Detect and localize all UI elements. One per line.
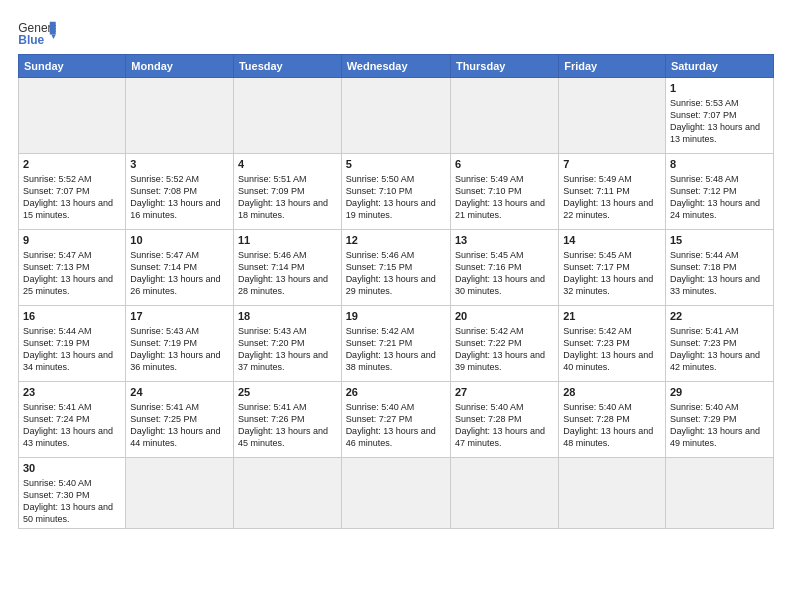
calendar-day-header: Friday bbox=[559, 55, 666, 78]
calendar-cell: 21Sunrise: 5:42 AM Sunset: 7:23 PM Dayli… bbox=[559, 306, 666, 382]
day-number: 11 bbox=[238, 233, 337, 248]
day-info: Sunrise: 5:49 AM Sunset: 7:10 PM Dayligh… bbox=[455, 173, 554, 222]
calendar-cell: 10Sunrise: 5:47 AM Sunset: 7:14 PM Dayli… bbox=[126, 230, 234, 306]
day-number: 17 bbox=[130, 309, 229, 324]
day-number: 30 bbox=[23, 461, 121, 476]
calendar-cell: 15Sunrise: 5:44 AM Sunset: 7:18 PM Dayli… bbox=[665, 230, 773, 306]
calendar-cell bbox=[665, 458, 773, 529]
day-info: Sunrise: 5:43 AM Sunset: 7:20 PM Dayligh… bbox=[238, 325, 337, 374]
calendar-day-header: Wednesday bbox=[341, 55, 450, 78]
day-info: Sunrise: 5:44 AM Sunset: 7:18 PM Dayligh… bbox=[670, 249, 769, 298]
day-number: 7 bbox=[563, 157, 661, 172]
day-info: Sunrise: 5:48 AM Sunset: 7:12 PM Dayligh… bbox=[670, 173, 769, 222]
day-number: 12 bbox=[346, 233, 446, 248]
day-number: 1 bbox=[670, 81, 769, 96]
calendar-cell: 17Sunrise: 5:43 AM Sunset: 7:19 PM Dayli… bbox=[126, 306, 234, 382]
calendar-table: SundayMondayTuesdayWednesdayThursdayFrid… bbox=[18, 54, 774, 529]
day-number: 5 bbox=[346, 157, 446, 172]
day-info: Sunrise: 5:47 AM Sunset: 7:13 PM Dayligh… bbox=[23, 249, 121, 298]
day-number: 18 bbox=[238, 309, 337, 324]
day-number: 8 bbox=[670, 157, 769, 172]
day-number: 3 bbox=[130, 157, 229, 172]
calendar-cell: 1Sunrise: 5:53 AM Sunset: 7:07 PM Daylig… bbox=[665, 78, 773, 154]
day-info: Sunrise: 5:45 AM Sunset: 7:16 PM Dayligh… bbox=[455, 249, 554, 298]
day-info: Sunrise: 5:47 AM Sunset: 7:14 PM Dayligh… bbox=[130, 249, 229, 298]
calendar-cell: 12Sunrise: 5:46 AM Sunset: 7:15 PM Dayli… bbox=[341, 230, 450, 306]
day-info: Sunrise: 5:41 AM Sunset: 7:26 PM Dayligh… bbox=[238, 401, 337, 450]
calendar-cell bbox=[19, 78, 126, 154]
day-info: Sunrise: 5:52 AM Sunset: 7:07 PM Dayligh… bbox=[23, 173, 121, 222]
calendar-cell: 11Sunrise: 5:46 AM Sunset: 7:14 PM Dayli… bbox=[233, 230, 341, 306]
day-info: Sunrise: 5:40 AM Sunset: 7:28 PM Dayligh… bbox=[455, 401, 554, 450]
day-number: 23 bbox=[23, 385, 121, 400]
day-info: Sunrise: 5:46 AM Sunset: 7:15 PM Dayligh… bbox=[346, 249, 446, 298]
calendar-cell: 27Sunrise: 5:40 AM Sunset: 7:28 PM Dayli… bbox=[450, 382, 558, 458]
day-info: Sunrise: 5:40 AM Sunset: 7:28 PM Dayligh… bbox=[563, 401, 661, 450]
calendar-cell: 6Sunrise: 5:49 AM Sunset: 7:10 PM Daylig… bbox=[450, 154, 558, 230]
day-number: 2 bbox=[23, 157, 121, 172]
calendar-cell: 16Sunrise: 5:44 AM Sunset: 7:19 PM Dayli… bbox=[19, 306, 126, 382]
calendar-cell bbox=[341, 458, 450, 529]
calendar-day-header: Monday bbox=[126, 55, 234, 78]
calendar-cell: 5Sunrise: 5:50 AM Sunset: 7:10 PM Daylig… bbox=[341, 154, 450, 230]
calendar-day-header: Saturday bbox=[665, 55, 773, 78]
day-number: 24 bbox=[130, 385, 229, 400]
calendar-day-header: Thursday bbox=[450, 55, 558, 78]
day-number: 4 bbox=[238, 157, 337, 172]
svg-marker-2 bbox=[50, 22, 56, 35]
day-info: Sunrise: 5:42 AM Sunset: 7:21 PM Dayligh… bbox=[346, 325, 446, 374]
day-number: 16 bbox=[23, 309, 121, 324]
calendar-day-header: Sunday bbox=[19, 55, 126, 78]
svg-marker-3 bbox=[51, 35, 56, 40]
day-info: Sunrise: 5:41 AM Sunset: 7:25 PM Dayligh… bbox=[130, 401, 229, 450]
day-info: Sunrise: 5:43 AM Sunset: 7:19 PM Dayligh… bbox=[130, 325, 229, 374]
calendar-cell: 24Sunrise: 5:41 AM Sunset: 7:25 PM Dayli… bbox=[126, 382, 234, 458]
day-info: Sunrise: 5:40 AM Sunset: 7:29 PM Dayligh… bbox=[670, 401, 769, 450]
day-info: Sunrise: 5:40 AM Sunset: 7:27 PM Dayligh… bbox=[346, 401, 446, 450]
calendar-cell: 7Sunrise: 5:49 AM Sunset: 7:11 PM Daylig… bbox=[559, 154, 666, 230]
page-header: General Blue bbox=[18, 18, 774, 48]
calendar-cell bbox=[233, 458, 341, 529]
day-number: 13 bbox=[455, 233, 554, 248]
calendar-cell: 14Sunrise: 5:45 AM Sunset: 7:17 PM Dayli… bbox=[559, 230, 666, 306]
day-number: 28 bbox=[563, 385, 661, 400]
day-info: Sunrise: 5:51 AM Sunset: 7:09 PM Dayligh… bbox=[238, 173, 337, 222]
calendar-cell bbox=[450, 458, 558, 529]
calendar-cell bbox=[559, 78, 666, 154]
calendar-cell: 25Sunrise: 5:41 AM Sunset: 7:26 PM Dayli… bbox=[233, 382, 341, 458]
day-info: Sunrise: 5:45 AM Sunset: 7:17 PM Dayligh… bbox=[563, 249, 661, 298]
day-number: 21 bbox=[563, 309, 661, 324]
day-info: Sunrise: 5:44 AM Sunset: 7:19 PM Dayligh… bbox=[23, 325, 121, 374]
calendar-cell: 8Sunrise: 5:48 AM Sunset: 7:12 PM Daylig… bbox=[665, 154, 773, 230]
calendar-cell: 18Sunrise: 5:43 AM Sunset: 7:20 PM Dayli… bbox=[233, 306, 341, 382]
calendar-cell: 13Sunrise: 5:45 AM Sunset: 7:16 PM Dayli… bbox=[450, 230, 558, 306]
calendar-cell: 20Sunrise: 5:42 AM Sunset: 7:22 PM Dayli… bbox=[450, 306, 558, 382]
day-number: 22 bbox=[670, 309, 769, 324]
calendar-cell bbox=[233, 78, 341, 154]
calendar-cell: 22Sunrise: 5:41 AM Sunset: 7:23 PM Dayli… bbox=[665, 306, 773, 382]
day-info: Sunrise: 5:42 AM Sunset: 7:23 PM Dayligh… bbox=[563, 325, 661, 374]
calendar-cell bbox=[126, 458, 234, 529]
calendar-cell: 2Sunrise: 5:52 AM Sunset: 7:07 PM Daylig… bbox=[19, 154, 126, 230]
day-number: 6 bbox=[455, 157, 554, 172]
day-number: 27 bbox=[455, 385, 554, 400]
day-number: 25 bbox=[238, 385, 337, 400]
day-number: 9 bbox=[23, 233, 121, 248]
day-number: 26 bbox=[346, 385, 446, 400]
calendar-cell bbox=[126, 78, 234, 154]
day-info: Sunrise: 5:52 AM Sunset: 7:08 PM Dayligh… bbox=[130, 173, 229, 222]
day-info: Sunrise: 5:40 AM Sunset: 7:30 PM Dayligh… bbox=[23, 477, 121, 526]
calendar-cell: 29Sunrise: 5:40 AM Sunset: 7:29 PM Dayli… bbox=[665, 382, 773, 458]
svg-text:Blue: Blue bbox=[18, 33, 44, 47]
calendar-cell: 19Sunrise: 5:42 AM Sunset: 7:21 PM Dayli… bbox=[341, 306, 450, 382]
calendar-cell bbox=[450, 78, 558, 154]
calendar-cell: 3Sunrise: 5:52 AM Sunset: 7:08 PM Daylig… bbox=[126, 154, 234, 230]
day-number: 14 bbox=[563, 233, 661, 248]
calendar-cell: 26Sunrise: 5:40 AM Sunset: 7:27 PM Dayli… bbox=[341, 382, 450, 458]
day-info: Sunrise: 5:53 AM Sunset: 7:07 PM Dayligh… bbox=[670, 97, 769, 146]
calendar-cell: 23Sunrise: 5:41 AM Sunset: 7:24 PM Dayli… bbox=[19, 382, 126, 458]
day-number: 10 bbox=[130, 233, 229, 248]
day-number: 19 bbox=[346, 309, 446, 324]
day-info: Sunrise: 5:41 AM Sunset: 7:23 PM Dayligh… bbox=[670, 325, 769, 374]
calendar-cell: 4Sunrise: 5:51 AM Sunset: 7:09 PM Daylig… bbox=[233, 154, 341, 230]
